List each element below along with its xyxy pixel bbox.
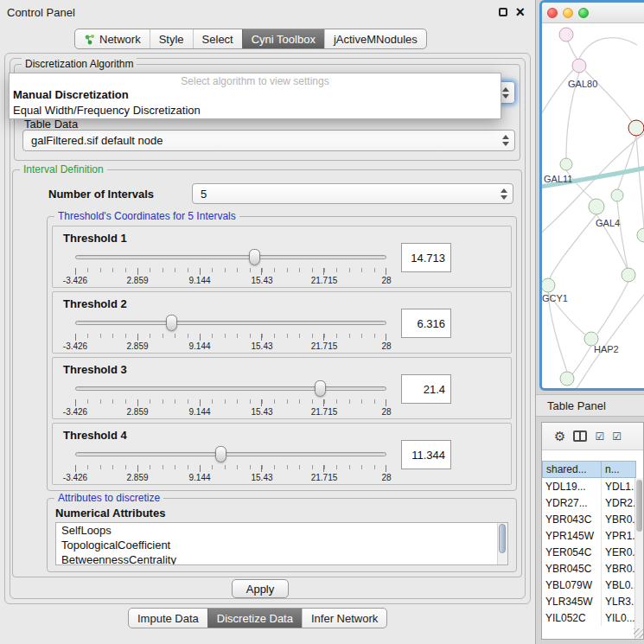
resize-grip-icon[interactable] <box>634 628 643 638</box>
slider-track[interactable] <box>75 386 386 391</box>
slider-thumb[interactable] <box>315 380 326 397</box>
threshold-4-value-field[interactable]: 11.344 <box>401 440 451 469</box>
tab-infer-network[interactable]: Infer Network <box>302 609 386 628</box>
tab-label: Infer Network <box>311 612 378 625</box>
table-data-combobox[interactable]: galFiltered.sif default node <box>22 130 515 151</box>
tab-cyni-toolbox[interactable]: Cyni Toolbox <box>242 29 324 48</box>
slider-track[interactable] <box>75 452 386 456</box>
tab-discretize-data[interactable]: Discretize Data <box>207 609 302 628</box>
threshold-label: Threshold 3 <box>63 363 127 376</box>
tab-label: Impute Data <box>137 612 199 625</box>
control-panel: Control Panel × Network Style Select Cyn… <box>0 0 536 644</box>
select-none-checkbox-icon[interactable]: ☑ <box>612 431 622 442</box>
threshold-4-slider[interactable]: -3.4262.8599.14415.4321.71528 <box>75 444 386 482</box>
tab-select[interactable]: Select <box>193 29 242 48</box>
slider-ticks <box>75 465 386 472</box>
tab-label: Select <box>202 33 233 46</box>
threshold-3-value-field[interactable]: 21.4 <box>401 374 451 404</box>
list-item[interactable]: SelfLoops <box>56 523 507 538</box>
thresholds-group: Threshold's Coordinates for 5 Intervals … <box>47 216 517 491</box>
zoom-traffic-light-icon[interactable] <box>578 8 589 18</box>
number-of-intervals-label: Number of Intervals <box>48 188 154 201</box>
node-label: HAP2 <box>594 344 619 354</box>
table-row[interactable]: YPR145WYPR1... <box>542 527 643 544</box>
node-label: GAL11 <box>544 174 572 184</box>
select-all-checkbox-icon[interactable]: ☑ <box>595 431 604 442</box>
network-node-gcy1[interactable] <box>542 278 555 292</box>
slider-track[interactable] <box>75 321 386 325</box>
threshold-2-value-field[interactable]: 6.316 <box>401 309 451 338</box>
network-node[interactable] <box>560 372 574 386</box>
table-scrollbar[interactable] <box>634 478 643 640</box>
table-row[interactable]: YBL079WYBL0... <box>542 577 643 593</box>
table-row[interactable]: YBR045CYBR0... <box>542 560 643 577</box>
column-header-shared-name[interactable]: shared... <box>542 461 602 478</box>
tab-style[interactable]: Style <box>150 29 193 48</box>
combo-value: 5 <box>201 188 495 201</box>
table-panel: ⚙ ☑ ☑ shared... n... YDL19...YDL1... YDR… <box>541 422 644 640</box>
slider-thumb[interactable] <box>215 446 226 462</box>
combo-value: galFiltered.sif default node <box>31 134 497 147</box>
combo-stepper-icon <box>502 87 509 99</box>
slider-thumb[interactable] <box>249 249 260 265</box>
list-item[interactable]: TopologicalCoefficient <box>56 538 507 552</box>
float-window-icon[interactable] <box>499 8 507 16</box>
threshold-2-slider[interactable]: -3.4262.8599.14415.4321.71528 <box>75 313 386 351</box>
scrollbar-thumb[interactable] <box>636 480 642 532</box>
table-data-label: Table Data <box>24 118 78 131</box>
slider-thumb[interactable] <box>166 315 177 331</box>
number-of-intervals-combobox[interactable]: 5 <box>192 183 513 204</box>
table-row[interactable]: YBR043CYBR0... <box>542 511 643 527</box>
close-icon[interactable]: × <box>515 3 525 21</box>
network-canvas[interactable]: GAL80 GAL11 GAL4 GCY1 HAP2 <box>542 23 644 391</box>
gear-icon[interactable]: ⚙ <box>554 430 565 443</box>
tab-label: Cyni Toolbox <box>252 33 316 46</box>
slider-scale: -3.4262.8599.14415.4321.71528 <box>75 473 386 482</box>
network-node[interactable] <box>611 189 623 201</box>
slider-ticks <box>75 399 386 406</box>
slider-track[interactable] <box>75 255 386 259</box>
columns-icon[interactable] <box>573 430 587 442</box>
apply-button[interactable]: Apply <box>232 579 289 598</box>
selected-network-node[interactable] <box>628 120 644 136</box>
network-node-gal80[interactable] <box>572 59 586 73</box>
minimize-traffic-light-icon[interactable] <box>563 8 573 18</box>
network-node[interactable] <box>560 158 572 170</box>
tab-network[interactable]: Network <box>75 29 150 48</box>
network-window-titlebar[interactable] <box>542 3 644 23</box>
list-item[interactable]: BetweennessCentrality <box>56 552 507 565</box>
tab-impute-data[interactable]: Impute Data <box>129 609 207 628</box>
table-panel-header: Table Panel <box>536 394 644 417</box>
dropdown-option-equal-width[interactable]: Equal Width/Frequency Discretization <box>10 103 501 118</box>
panel-title: Control Panel <box>7 6 75 19</box>
threshold-1-slider[interactable]: -3.4262.8599.14415.4321.71528 <box>75 247 386 285</box>
dropdown-hint: Select algorithm to view settings <box>10 73 501 87</box>
slider-ticks <box>75 334 386 341</box>
tab-jactivemnodules[interactable]: jActiveMNodules <box>324 29 426 48</box>
slider-scale: -3.4262.8599.14415.4321.71528 <box>75 276 386 285</box>
threshold-1-value-field[interactable]: 14.713 <box>401 243 451 272</box>
numerical-attributes-list[interactable]: SelfLoops TopologicalCoefficient Between… <box>55 522 508 565</box>
network-node[interactable] <box>622 268 635 282</box>
dropdown-option-manual-discretization[interactable]: Manual Discretization <box>10 87 501 103</box>
bottom-tab-bar: Impute Data Discretize Data Infer Networ… <box>128 608 387 628</box>
table-header-row: shared... n... <box>542 461 643 478</box>
close-traffic-light-icon[interactable] <box>547 8 558 18</box>
tab-label: Style <box>159 33 184 46</box>
group-title: Discretization Algorithm <box>22 58 137 70</box>
column-header-name[interactable]: n... <box>602 461 636 478</box>
table-row[interactable]: YER054CYER0... <box>542 544 643 560</box>
node-label: GCY1 <box>542 293 568 303</box>
network-node-gal4[interactable] <box>589 199 604 214</box>
threshold-3-slider[interactable]: -3.4262.8599.14415.4321.71528 <box>75 379 386 417</box>
algorithm-dropdown-popup: Select algorithm to view settings Manual… <box>9 73 501 119</box>
scrollbar-thumb[interactable] <box>499 524 506 553</box>
network-node[interactable] <box>637 228 644 242</box>
table-row[interactable]: YLR345WYLR3... <box>542 593 643 609</box>
table-row[interactable]: YDL19...YDL1... <box>542 478 643 494</box>
threshold-label: Threshold 2 <box>63 297 127 310</box>
list-scrollbar[interactable] <box>497 523 507 564</box>
network-node[interactable] <box>559 28 573 41</box>
table-row[interactable]: YIL052CYIL0... <box>542 609 643 626</box>
table-row[interactable]: YDR27...YDR2... <box>542 494 643 511</box>
